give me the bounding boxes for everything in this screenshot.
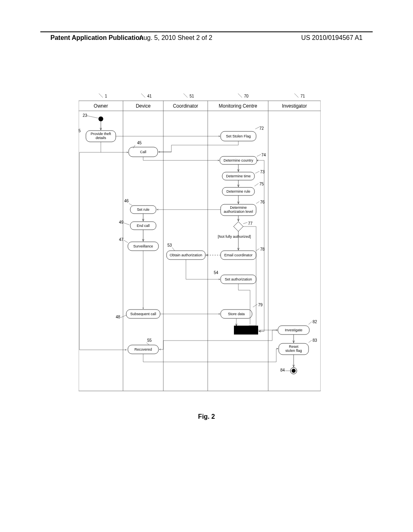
svg-text:Reset: Reset <box>289 345 298 349</box>
ref-82: 82 <box>313 320 317 324</box>
ref-71: 71 <box>300 94 305 98</box>
publication-number: US 2010/0194567 A1 <box>301 34 363 42</box>
ref-75: 75 <box>259 182 264 186</box>
svg-text:Set Stolen Flag: Set Stolen Flag <box>226 134 251 138</box>
svg-text:stolen flag: stolen flag <box>285 349 302 353</box>
start-circle <box>98 116 103 121</box>
ref-1: 1 <box>105 94 107 98</box>
ref-46: 46 <box>124 199 129 203</box>
ref-47: 47 <box>119 237 124 242</box>
date-sheet: Aug. 5, 2010 Sheet 2 of 2 <box>139 34 212 42</box>
ref-76: 76 <box>260 200 265 204</box>
sync-bar <box>234 326 258 335</box>
svg-line-60 <box>124 240 128 243</box>
svg-line-74 <box>121 315 126 318</box>
svg-line-7 <box>184 94 188 98</box>
svg-text:details: details <box>96 136 106 140</box>
svg-line-22 <box>133 145 135 148</box>
ref-54: 54 <box>214 270 219 275</box>
svg-text:Set authorization: Set authorization <box>225 277 252 281</box>
ref-41: 41 <box>147 94 152 98</box>
svg-line-41 <box>254 183 259 186</box>
ref-23: 23 <box>83 113 88 118</box>
svg-text:Set rule: Set rule <box>137 208 149 212</box>
lane-border <box>79 101 321 391</box>
ref-73: 73 <box>260 170 265 174</box>
ref-84: 84 <box>280 368 285 372</box>
ref-74: 74 <box>261 153 266 157</box>
svg-line-32 <box>257 154 261 156</box>
ref-72: 72 <box>259 126 264 131</box>
lane-device-label: Device <box>136 103 151 109</box>
svg-line-51 <box>124 223 129 225</box>
svg-line-16 <box>255 127 259 129</box>
ref-77: 77 <box>248 221 253 226</box>
ref-45: 45 <box>137 141 142 145</box>
svg-line-86 <box>146 343 149 345</box>
svg-text:Subsequent call: Subsequent call <box>130 312 156 316</box>
ref-48: 48 <box>116 315 121 319</box>
svg-line-10 <box>87 116 98 118</box>
ref-49: 49 <box>119 220 124 224</box>
ref-25: 25 <box>79 129 81 133</box>
svg-text:Investigate: Investigate <box>285 328 302 332</box>
svg-text:End call: End call <box>137 224 150 228</box>
svg-line-54 <box>243 222 247 224</box>
svg-text:Obtain authorization: Obtain authorization <box>170 253 202 257</box>
svg-text:Determine rule: Determine rule <box>226 189 250 193</box>
svg-line-47 <box>256 202 259 204</box>
svg-text:Determine: Determine <box>230 206 247 210</box>
svg-text:Determine country: Determine country <box>223 158 253 162</box>
ref-70: 70 <box>244 94 249 98</box>
svg-line-83 <box>309 322 312 324</box>
svg-line-8 <box>238 94 242 98</box>
figure-caption: Fig. 2 <box>0 413 413 420</box>
end-circle-inner <box>292 369 296 373</box>
diagram-svg: Owner Device Coordinator Monitoring Cent… <box>79 93 321 395</box>
publication-label: Patent Application Publication <box>50 34 144 42</box>
ref-55: 55 <box>147 338 152 343</box>
svg-text:Recovered: Recovered <box>134 347 152 351</box>
svg-line-44 <box>129 204 132 206</box>
svg-line-98 <box>309 340 312 343</box>
ref-79: 79 <box>258 303 263 307</box>
not-fully-auth-label: [Not fully authorized] <box>218 235 251 239</box>
ref-83: 83 <box>313 338 317 343</box>
decision-77 <box>234 222 243 231</box>
lane-owner-label: Owner <box>94 103 108 109</box>
svg-line-5 <box>99 94 103 98</box>
ref-51: 51 <box>190 94 194 98</box>
svg-line-38 <box>255 171 259 173</box>
patent-page: Patent Application Publication Aug. 5, 2… <box>0 0 413 532</box>
ref-53: 53 <box>167 243 172 247</box>
svg-line-77 <box>253 304 257 307</box>
svg-text:authorization level: authorization level <box>224 210 253 214</box>
svg-text:Call: Call <box>140 150 146 154</box>
svg-line-65 <box>172 247 175 251</box>
svg-line-6 <box>141 94 145 98</box>
ref-78: 78 <box>260 247 265 251</box>
svg-text:Email coordinator: Email coordinator <box>224 253 252 257</box>
lane-investigator-label: Investigator <box>282 103 307 109</box>
lane-coordinator-label: Coordinator <box>173 103 198 109</box>
header-rule <box>40 31 373 32</box>
lane-monitoring-label: Monitoring Centre <box>219 103 257 109</box>
svg-text:Store data: Store data <box>228 312 245 316</box>
swimlane-diagram: Owner Device Coordinator Monitoring Cent… <box>79 93 321 395</box>
svg-text:Surveillance: Surveillance <box>133 244 153 248</box>
svg-line-63 <box>256 249 259 251</box>
svg-text:Determine time: Determine time <box>226 174 250 178</box>
svg-line-9 <box>294 94 298 98</box>
svg-text:Provide theft: Provide theft <box>91 132 111 136</box>
